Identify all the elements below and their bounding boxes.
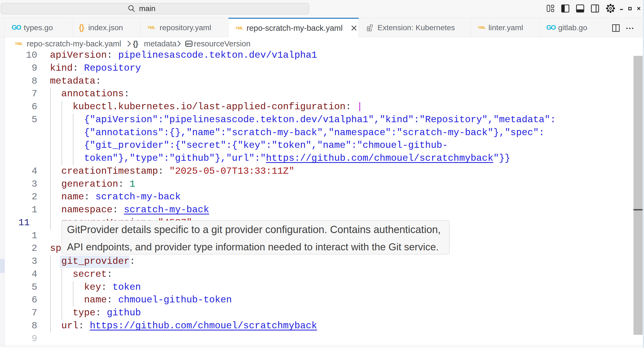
svg-text:abc: abc [186, 42, 192, 45]
